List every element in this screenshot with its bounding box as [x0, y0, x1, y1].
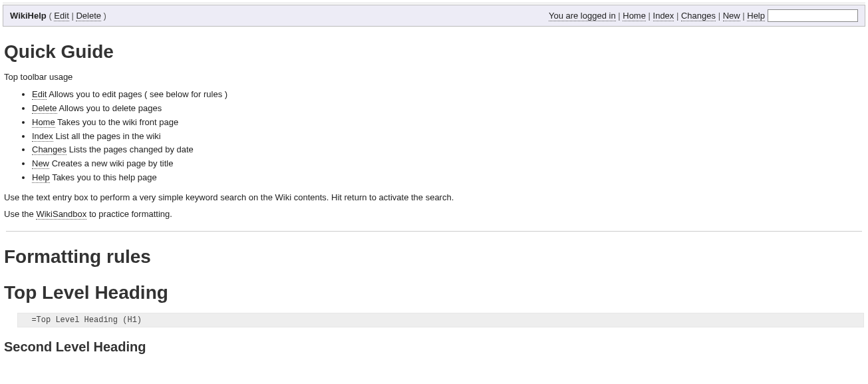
li-home-link[interactable]: Home — [32, 117, 55, 128]
li-index-link[interactable]: Index — [32, 131, 53, 142]
index-link[interactable]: Index — [653, 11, 674, 21]
logged-in-link[interactable]: You are logged in — [549, 11, 616, 21]
heading-quick-guide: Quick Guide — [4, 41, 864, 63]
toolbar-right: You are logged in | Home | Index | Chang… — [549, 9, 858, 22]
list-item: Index List all the pages in the wiki — [32, 130, 864, 143]
heading-formatting-rules: Formatting rules — [4, 246, 864, 268]
toolbar-left: WikiHelp ( Edit | Delete ) — [10, 11, 106, 21]
list-item: Home Takes you to the wiki front page — [32, 116, 864, 129]
toolbar-usage-list: Edit Allows you to edit pages ( see belo… — [4, 89, 864, 184]
li-edit-link[interactable]: Edit — [32, 89, 47, 100]
li-help-link[interactable]: Help — [32, 172, 50, 183]
delete-link[interactable]: Delete — [76, 11, 101, 21]
changes-link[interactable]: Changes — [681, 11, 716, 21]
code-h1-example: =Top Level Heading (H1) — [17, 313, 864, 327]
list-item: Delete Allows you to delete pages — [32, 102, 864, 115]
search-hint: Use the text entry box to perform a very… — [4, 192, 864, 202]
toolbar-intro: Top toolbar usage — [4, 72, 864, 82]
edit-link[interactable]: Edit — [54, 11, 69, 21]
home-link[interactable]: Home — [623, 11, 646, 21]
search-input[interactable] — [768, 9, 858, 22]
list-item: Edit Allows you to edit pages ( see belo… — [32, 89, 864, 101]
top-toolbar: WikiHelp ( Edit | Delete ) You are logge… — [3, 5, 865, 27]
help-link[interactable]: Help — [747, 11, 765, 21]
page-name: WikiHelp — [10, 11, 47, 21]
list-item: Help Takes you to this help page — [32, 172, 864, 184]
divider — [6, 231, 862, 232]
list-item: Changes Lists the pages changed by date — [32, 144, 864, 156]
wikisandbox-link[interactable]: WikiSandbox — [36, 209, 86, 220]
new-link[interactable]: New — [723, 11, 740, 21]
li-new-link[interactable]: New — [32, 158, 49, 169]
heading-second-level: Second Level Heading — [4, 339, 864, 355]
heading-top-level: Top Level Heading — [4, 282, 864, 303]
list-item: New Creates a new wiki page by title — [32, 158, 864, 170]
li-changes-link[interactable]: Changes — [32, 144, 67, 155]
sandbox-hint: Use the WikiSandbox to practice formatti… — [4, 209, 864, 219]
li-delete-link[interactable]: Delete — [32, 103, 57, 114]
